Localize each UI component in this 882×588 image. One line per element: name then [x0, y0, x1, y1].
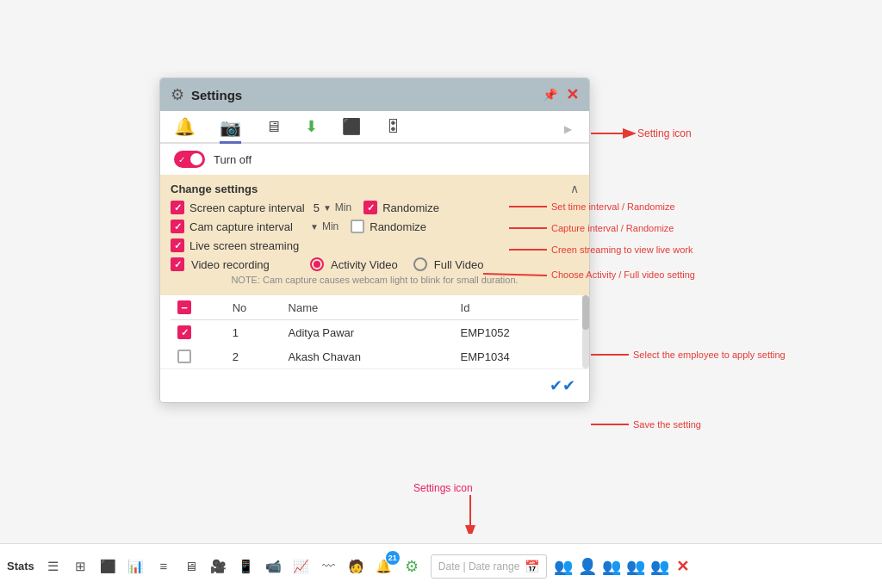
svg-text:Select the employee to apply s: Select the employee to apply setting	[633, 350, 786, 360]
employee-table: No Name Id 1 Aditya Pawar EMP1052	[171, 295, 579, 368]
row2-name: Akash Chavan	[282, 344, 454, 368]
tab-display[interactable]: ⬛	[342, 117, 361, 141]
row1-no: 1	[226, 320, 282, 345]
date-range-input[interactable]: Date | Date range 📅	[431, 554, 548, 579]
row2-checkbox-cell	[171, 344, 226, 368]
employee-table-section: No Name Id 1 Aditya Pawar EMP1052	[160, 295, 589, 368]
screen-randomize-checkbox[interactable]	[363, 201, 377, 214]
toggle-switch[interactable]: ✓	[174, 151, 205, 168]
table-scrollbar[interactable]	[582, 295, 589, 368]
toggle-row: ✓ Turn off	[160, 144, 589, 175]
tab-notifications[interactable]: 🔔	[174, 116, 196, 142]
row1-name: Aditya Pawar	[282, 320, 454, 345]
pin-icon[interactable]: 📌	[543, 88, 557, 102]
col-name: Name	[282, 295, 454, 320]
toolbar-wave-chart[interactable]: 〰	[317, 554, 341, 579]
live-streaming-checkbox[interactable]	[171, 238, 184, 252]
dialog-title-left: ⚙ Settings	[171, 85, 242, 104]
video-recording-label: Video recording	[191, 258, 303, 271]
activity-video-label: Activity Video	[331, 258, 398, 271]
people-active-button[interactable]: 👥	[650, 557, 669, 576]
tab-icons-row: 🔔 📷 🖥 ⬇ ⬛ 🎛 ▶	[160, 111, 589, 144]
row1-checkbox[interactable]	[177, 325, 191, 339]
svg-text:Save the setting: Save the setting	[633, 419, 701, 430]
toolbar-bar-chart[interactable]: 📊	[124, 554, 148, 579]
cam-interval-arrow[interactable]: ▼	[310, 222, 319, 232]
full-video-radio[interactable]	[413, 257, 427, 271]
settings-gear-button[interactable]: ⚙	[400, 554, 424, 579]
close-button[interactable]: ✕	[566, 85, 579, 104]
date-placeholder: Date | Date range	[438, 560, 520, 573]
row1-checkbox-cell	[171, 320, 226, 345]
cam-capture-note: NOTE: Cam capture causes webcam light to…	[171, 275, 579, 288]
cam-randomize-label: Randomize	[370, 220, 426, 233]
row2-no: 2	[226, 344, 282, 368]
toolbar-video-view[interactable]: 🎥	[207, 554, 231, 579]
toggle-label: Turn off	[214, 153, 252, 166]
toolbar-cam-view[interactable]: 📹	[262, 554, 286, 579]
change-settings-section: Change settings ∧ Screen capture interva…	[160, 175, 589, 295]
table-row: 1 Aditya Pawar EMP1052	[171, 320, 579, 345]
screen-randomize-label: Randomize	[382, 201, 439, 214]
screen-capture-interval: 5 ▼ Min	[314, 201, 351, 214]
add-people-button[interactable]: 👥	[554, 557, 573, 576]
people-group-button[interactable]: 👥	[602, 557, 621, 576]
video-recording-row: Video recording Activity Video Full Vide…	[171, 257, 579, 271]
save-area: ✔✔	[160, 368, 589, 402]
table-scrollbar-thumb	[582, 295, 589, 330]
dialog-title: Settings	[191, 88, 242, 102]
toolbar-person-icon[interactable]: 🧑	[345, 554, 369, 579]
cam-capture-row: Cam capture interval ▼ Min Randomize	[171, 220, 579, 233]
toolbar-close-button[interactable]: ✕	[676, 557, 689, 576]
toolbar-screen-view[interactable]: 🖥	[179, 554, 203, 579]
svg-text:Settings icon: Settings icon	[413, 482, 473, 494]
row2-checkbox[interactable]	[177, 350, 191, 363]
cam-capture-checkbox[interactable]	[171, 220, 184, 233]
cam-randomize-checkbox[interactable]	[351, 220, 364, 233]
activity-video-radio[interactable]	[310, 257, 324, 271]
settings-dialog: ⚙ Settings 📌 ✕ 🔔 📷 🖥 ⬇ ⬛ 🎛 ▶ ✓ Turn off	[159, 77, 590, 403]
screen-capture-checkbox[interactable]	[171, 201, 184, 214]
cam-capture-label: Cam capture interval	[189, 220, 301, 233]
remove-person-button[interactable]: 👤	[578, 557, 597, 576]
toolbar-list-view[interactable]: ☰	[41, 554, 65, 579]
bottom-toolbar: Stats ☰ ⊞ ⬛ 📊 ≡ 🖥 🎥 📱 📹 📈 〰 🧑 🔔 21 ⚙ Dat…	[0, 543, 882, 588]
svg-text:Setting icon: Setting icon	[637, 127, 692, 139]
tab-screen[interactable]: 🖥	[265, 118, 281, 141]
gear-icon: ⚙	[171, 85, 184, 104]
col-no: No	[226, 295, 282, 320]
toolbar-grid-view[interactable]: ⊞	[69, 554, 93, 579]
change-settings-title: Change settings	[171, 183, 258, 195]
people-icons: 👥 👤 👥 👥 👥	[554, 557, 669, 576]
screen-capture-unit: Min	[335, 201, 351, 214]
toolbar-list-view2[interactable]: ≡	[152, 554, 176, 579]
row1-id: EMP1052	[454, 320, 579, 345]
live-streaming-row: Live screen streaming	[171, 238, 579, 252]
screen-interval-arrow[interactable]: ▼	[323, 203, 332, 213]
toolbar-mobile-view[interactable]: 📱	[234, 554, 258, 579]
calendar-icon[interactable]: 📅	[525, 560, 539, 573]
toolbar-table-view[interactable]: ⬛	[96, 554, 121, 579]
tab-filter[interactable]: 🎛	[385, 118, 401, 141]
live-streaming-label: Live screen streaming	[189, 239, 301, 252]
col-id: Id	[454, 295, 579, 320]
tab-download[interactable]: ⬇	[305, 117, 318, 141]
toolbar-line-chart[interactable]: 📈	[289, 554, 314, 579]
row2-id: EMP1034	[454, 344, 579, 368]
video-recording-checkbox[interactable]	[171, 257, 184, 271]
save-button[interactable]: ✔✔	[550, 376, 575, 395]
notification-wrapper: 🔔 21	[372, 554, 396, 579]
screen-capture-label: Screen capture interval	[189, 201, 305, 214]
notification-badge: 21	[386, 551, 400, 565]
screen-capture-value: 5	[314, 201, 320, 214]
people-filter-button[interactable]: 👥	[626, 557, 645, 576]
tab-capture[interactable]: 📷	[220, 117, 241, 144]
select-all-checkbox[interactable]	[177, 300, 191, 314]
table-row: 2 Akash Chavan EMP1034	[171, 344, 579, 368]
collapse-button[interactable]: ∧	[570, 182, 579, 195]
dialog-titlebar: ⚙ Settings 📌 ✕	[160, 78, 589, 111]
dialog-controls: 📌 ✕	[543, 85, 579, 104]
cam-capture-interval: ▼ Min	[310, 220, 339, 232]
col-checkbox	[171, 295, 226, 320]
cam-capture-unit: Min	[322, 220, 339, 232]
